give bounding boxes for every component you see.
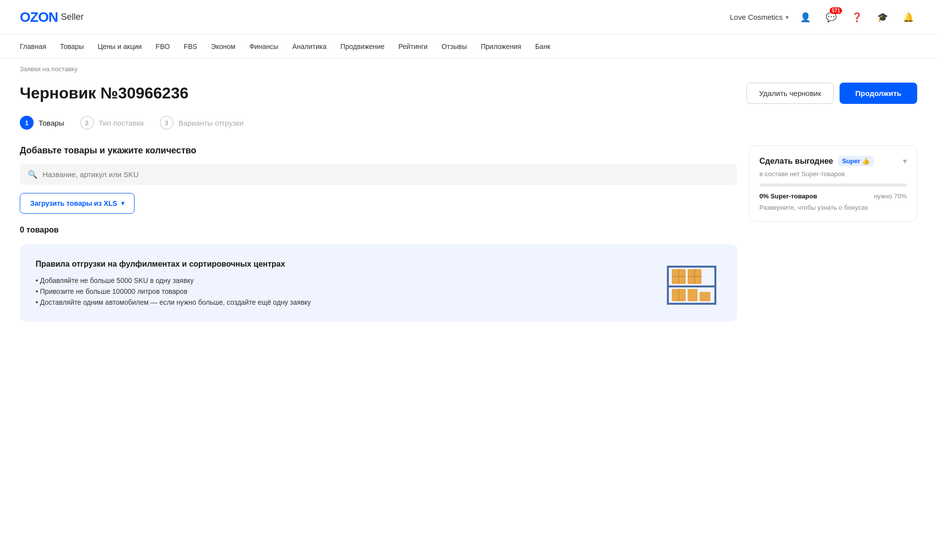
title-row: Черновик №30966236 Удалить черновик Прод… — [20, 83, 917, 104]
info-card-text: Правила отгрузки на фулфилментах и сорти… — [36, 260, 650, 306]
svg-rect-3 — [667, 266, 669, 305]
sidebar-card-title: Сделать выгоднее — [759, 157, 833, 166]
step-1: 1 Товары — [20, 116, 64, 130]
step-1-circle: 1 — [20, 116, 34, 130]
nav-item-analytics[interactable]: Аналитика — [292, 43, 327, 50]
nav-item-reviews[interactable]: Отзывы — [441, 43, 467, 50]
step-2-label: Тип поставки — [99, 119, 144, 127]
header-right: Love Cosmetics ▾ 👤 💬 571 ❓ 🎓 🔔 — [730, 8, 917, 26]
content-main: Добавьте товары и укажите количество 🔍 З… — [20, 145, 737, 322]
bell-icon-button[interactable]: 🔔 — [899, 8, 917, 26]
section-title: Добавьте товары и укажите количество — [20, 145, 737, 156]
store-selector[interactable]: Love Cosmetics ▾ — [730, 13, 789, 21]
continue-button[interactable]: Продолжить — [840, 83, 917, 104]
store-name: Love Cosmetics — [730, 13, 783, 21]
svg-rect-1 — [667, 285, 716, 287]
nav-item-promotion[interactable]: Продвижение — [340, 43, 384, 50]
logo-seller-text: Seller — [61, 12, 84, 22]
delete-draft-button[interactable]: Удалить черновик — [747, 83, 833, 104]
step-3: 3 Варианты отгрузки — [160, 116, 243, 130]
help-icon-button[interactable]: ❓ — [848, 8, 866, 26]
page-title: Черновик №30966236 — [20, 84, 188, 102]
step-2: 2 Тип поставки — [80, 116, 144, 130]
info-card-list: Добавляйте не больше 5000 SKU в одну зая… — [36, 277, 650, 306]
education-icon-button[interactable]: 🎓 — [874, 8, 891, 26]
super-needed-label: нужно 70% — [874, 192, 907, 200]
super-percent-label: 0% Super-товаров — [759, 192, 817, 200]
nav-item-fbo[interactable]: FBO — [156, 43, 170, 50]
notifications-icon-button[interactable]: 💬 571 — [822, 8, 840, 26]
nav-item-prices[interactable]: Цены и акции — [97, 43, 141, 50]
main-content: Черновик №30966236 Удалить черновик Прод… — [0, 73, 937, 341]
breadcrumb: Заявки на поставку — [0, 58, 937, 73]
nav-item-economy[interactable]: Эконом — [211, 43, 235, 50]
user-icon-button[interactable]: 👤 — [796, 8, 814, 26]
sidebar-card-stats: 0% Super-товаров нужно 70% — [759, 192, 907, 200]
header: OZON Seller Love Cosmetics ▾ 👤 💬 571 ❓ 🎓… — [0, 0, 937, 35]
svg-rect-14 — [700, 292, 710, 301]
info-card: Правила отгрузки на фулфилментах и сорти… — [20, 244, 737, 322]
chevron-down-icon: ▾ — [786, 14, 789, 21]
sidebar-chevron-down-icon[interactable]: ▾ — [903, 156, 907, 166]
info-card-title: Правила отгрузки на фулфилментах и сорти… — [36, 260, 650, 269]
search-input[interactable] — [43, 170, 729, 179]
boxes-svg — [662, 258, 721, 308]
content-layout: Добавьте товары и укажите количество 🔍 З… — [20, 145, 917, 322]
step-1-label: Товары — [39, 119, 64, 127]
info-card-rule-1: Добавляйте не больше 5000 SKU в одну зая… — [36, 277, 650, 284]
nav-item-finance[interactable]: Финансы — [249, 43, 279, 50]
nav-item-products[interactable]: Товары — [60, 43, 84, 50]
search-box: 🔍 — [20, 164, 737, 185]
super-badge: Super 👍 — [838, 156, 874, 166]
nav-item-fbs[interactable]: FBS — [184, 43, 197, 50]
notifications-badge: 571 — [830, 7, 842, 14]
step-2-circle: 2 — [80, 116, 94, 130]
step-3-circle: 3 — [160, 116, 174, 130]
svg-rect-13 — [688, 289, 698, 301]
sidebar-card-header: Сделать выгоднее Super 👍 ▾ — [759, 156, 907, 166]
svg-rect-2 — [667, 303, 716, 305]
sidebar-card-subtitle: в составе нет Super-товаров — [759, 170, 907, 178]
warehouse-illustration — [662, 258, 721, 308]
title-actions: Удалить черновик Продолжить — [747, 83, 917, 104]
info-card-rule-2: Привозите не больше 100000 литров товаро… — [36, 287, 650, 295]
upload-xls-button[interactable]: Загрузить товары из XLS ▾ — [20, 193, 135, 214]
content-sidebar: Сделать выгоднее Super 👍 ▾ в составе нет… — [749, 145, 917, 222]
nav-item-apps[interactable]: Приложения — [481, 43, 521, 50]
search-icon: 🔍 — [28, 170, 38, 179]
info-card-rule-3: Доставляйте одним автомобилем — если нуж… — [36, 298, 650, 306]
nav-item-ratings[interactable]: Рейтинги — [398, 43, 427, 50]
sidebar-card: Сделать выгоднее Super 👍 ▾ в составе нет… — [749, 145, 917, 222]
logo-ozon-text: OZON — [20, 9, 58, 25]
upload-btn-label: Загрузить товары из XLS — [30, 199, 117, 207]
logo: OZON Seller — [20, 9, 84, 25]
progress-bar-bg — [759, 184, 907, 187]
items-count: 0 товаров — [20, 226, 737, 234]
step-3-label: Варианты отгрузки — [179, 119, 243, 127]
nav-item-bank[interactable]: Банк — [535, 43, 551, 50]
svg-rect-4 — [714, 266, 716, 305]
sidebar-card-note: Разверните, чтобы узнать о бонусах — [759, 204, 907, 211]
chevron-down-icon: ▾ — [121, 200, 124, 207]
nav-item-home[interactable]: Главная — [20, 43, 46, 50]
svg-rect-0 — [667, 266, 716, 268]
steps-indicator: 1 Товары 2 Тип поставки 3 Варианты отгру… — [20, 116, 917, 130]
main-nav: Главная Товары Цены и акции FBO FBS Экон… — [0, 35, 937, 58]
